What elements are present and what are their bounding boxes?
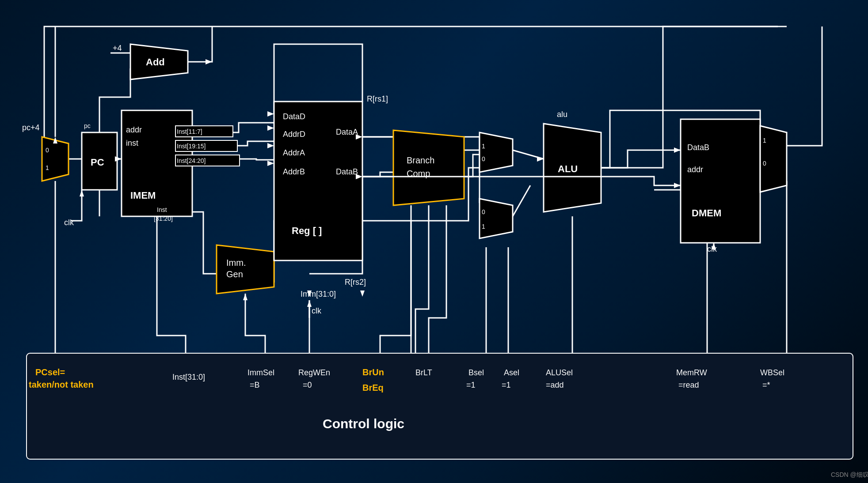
wire-wb-feedback bbox=[787, 26, 822, 146]
alu-label: ALU bbox=[558, 163, 578, 174]
wire-immsel-immgen bbox=[245, 294, 265, 353]
bsel-label2: =1 bbox=[466, 381, 476, 389]
arrow-datad bbox=[267, 111, 274, 117]
wire-bc-brlt bbox=[429, 205, 446, 353]
arrow-clk-pc bbox=[80, 190, 84, 196]
adder-label: Add bbox=[146, 57, 165, 68]
pcsel-label1: PCsel= bbox=[35, 367, 65, 377]
asel-label1: Asel bbox=[504, 368, 519, 377]
arrow-addra bbox=[267, 143, 274, 148]
clk-reg-label: clk bbox=[312, 306, 322, 315]
bsel-mux-0-label: 0 bbox=[482, 155, 485, 162]
alusel-label1: ALUSel bbox=[546, 368, 573, 377]
pc-plus4-label: pc+4 bbox=[22, 123, 40, 132]
dmem-addr-label: addr bbox=[687, 165, 703, 174]
regfile-addrb-label: AddrB bbox=[283, 167, 305, 176]
arrow-rs2 bbox=[360, 291, 365, 297]
regfile-addra-label: AddrA bbox=[283, 148, 305, 157]
dmem-box bbox=[681, 119, 760, 243]
branchcomp-shape bbox=[393, 130, 464, 205]
wire-inst310-ctrl bbox=[157, 216, 186, 353]
dataa-out-label: DataA bbox=[336, 128, 358, 136]
regfile-addrd-label: AddrD bbox=[283, 130, 305, 139]
imm310-label: Imm[31:0] bbox=[301, 290, 336, 298]
wire-asel-alu bbox=[513, 185, 530, 216]
plus4-label: +4 bbox=[113, 44, 122, 53]
arrow-adder bbox=[206, 59, 212, 64]
immgen-label2: Gen bbox=[226, 269, 243, 279]
inst1915-label: Inst[19:15] bbox=[177, 143, 206, 150]
regwen-label2: =0 bbox=[303, 381, 312, 389]
wb-mux-0-label: 0 bbox=[763, 160, 766, 167]
clk-pc-label: clk bbox=[64, 218, 74, 227]
bsel-label1: Bsel bbox=[468, 368, 484, 377]
asel-mux-shape bbox=[480, 199, 513, 238]
datab-out-label: DataB bbox=[336, 167, 358, 176]
asel-mux-0-label: 0 bbox=[482, 208, 485, 215]
arrow-pc-imem bbox=[115, 156, 122, 162]
wire-bc-breq bbox=[415, 205, 429, 353]
arrow-addrd bbox=[267, 125, 274, 131]
alusel-label2: =add bbox=[546, 381, 564, 389]
control-logic-label: Control logic bbox=[323, 416, 404, 431]
main-canvas: 0 1 pc+4 clk PC pc Add +4 addr inst IMEM… bbox=[0, 0, 868, 483]
wb-mux-1-label: 1 bbox=[763, 137, 766, 144]
inst2420-label: Inst[24:20] bbox=[177, 157, 206, 164]
pc-mux-0-label: 0 bbox=[46, 147, 49, 154]
inst3120-label: Inst bbox=[157, 206, 167, 213]
bsel-mux-shape bbox=[480, 132, 513, 172]
breq-label: BrEq bbox=[362, 383, 384, 392]
dmem-datab-label: DataB bbox=[687, 143, 709, 152]
wb-mux-shape bbox=[760, 126, 787, 192]
rrs2-label: R[rs2] bbox=[345, 278, 366, 287]
watermark: CSDN @细叹讲 bbox=[831, 471, 868, 478]
wire-clk-pc2 bbox=[71, 190, 82, 221]
inst117-label: Inst[11:7] bbox=[177, 128, 202, 135]
immgen-label1: Imm. bbox=[226, 258, 246, 268]
regwen-label1: RegWEn bbox=[298, 368, 330, 377]
alu-signal-label: alu bbox=[557, 110, 567, 119]
wbsel-label2: =* bbox=[762, 381, 770, 389]
imem-inst-label: inst bbox=[126, 139, 138, 147]
asel-mux-1-label: 1 bbox=[482, 223, 485, 230]
regfile-box bbox=[274, 102, 362, 260]
memrw-label2: =read bbox=[678, 381, 699, 389]
arrow-alu-dmem bbox=[674, 147, 681, 153]
wire-inst3120-immgen bbox=[192, 212, 217, 274]
circuit-diagram: 0 1 pc+4 clk PC pc Add +4 addr inst IMEM… bbox=[0, 0, 868, 483]
immsel-label2: =B bbox=[250, 381, 260, 389]
pc-label: PC bbox=[91, 157, 104, 168]
pc-mux-1-label: 1 bbox=[46, 164, 49, 171]
imem-label: IMEM bbox=[130, 190, 156, 201]
wire-brun-bc bbox=[380, 205, 411, 353]
pc-signal-label: pc bbox=[84, 122, 91, 129]
immgen-shape bbox=[217, 245, 274, 294]
arrow-clk-reg bbox=[307, 300, 312, 307]
pcsel-label2: taken/not taken bbox=[29, 380, 94, 389]
asel-label2: =1 bbox=[502, 381, 511, 389]
brun-label: BrUn bbox=[362, 367, 384, 377]
wire-alu-dmem bbox=[601, 150, 681, 168]
imem-addr-label: addr bbox=[126, 125, 142, 134]
memrw-label1: MemRW bbox=[676, 368, 707, 377]
control-box bbox=[27, 353, 853, 459]
arrow-addrb bbox=[267, 161, 274, 166]
wbsel-label1: WBSel bbox=[760, 368, 784, 377]
rrs1-label: R[rs1] bbox=[367, 94, 388, 103]
arrow-immsel bbox=[243, 294, 247, 300]
dmem-label: DMEM bbox=[692, 208, 721, 219]
bsel-mux-1-label: 1 bbox=[482, 143, 485, 150]
branchcomp-label1: Branch bbox=[407, 155, 434, 165]
ctrl-inst310-label: Inst[31:0] bbox=[172, 373, 205, 381]
brlt-label: BrLT bbox=[415, 368, 432, 377]
arrow-datab-dmem bbox=[674, 183, 681, 188]
immsel-label1: ImmSel bbox=[247, 368, 274, 377]
wire-adder-out bbox=[188, 26, 212, 62]
regfile-datad-label: DataD bbox=[283, 112, 305, 121]
regfile-label: Reg [ ] bbox=[292, 225, 322, 236]
arrow-bsel-alu bbox=[537, 156, 544, 162]
